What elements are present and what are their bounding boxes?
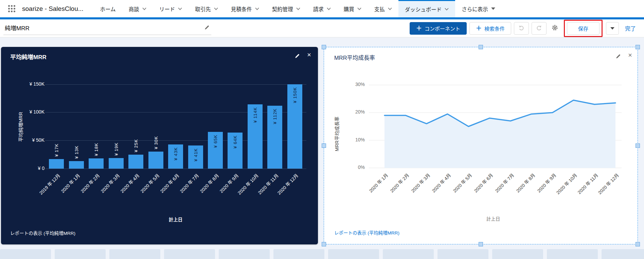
nav-tab-9[interactable]: ダッシュボード <box>398 0 455 17</box>
dashboard-toolbar: 純増MRR ＋ コンポーネント ＋ 検索条件 <box>0 19 644 37</box>
gridline <box>45 169 306 169</box>
chevron-down-icon <box>296 7 300 10</box>
x-tick-label: 2020 年 1月 <box>59 172 81 194</box>
bar-slot: ¥ 114K <box>245 79 265 169</box>
bar-1[interactable]: ¥ 13K <box>69 161 84 169</box>
x-tick-label: 2020 年 7月 <box>178 172 200 194</box>
x-tick-label: 2020 年 12月 <box>276 172 300 196</box>
line-chart[interactable] <box>364 81 626 183</box>
app-name: soarize - SalesClou... <box>22 5 84 13</box>
nav-tab-label: 請求 <box>313 5 324 13</box>
bar-0[interactable]: ¥ 17K <box>49 159 64 169</box>
bar-y-ticks: ¥ 0¥ 50K¥ 100K¥ 150K <box>16 79 44 169</box>
x-tick-label: 2020 年 10月 <box>236 172 260 196</box>
line-y-ticks: 0%10%20%30% <box>341 81 365 168</box>
bar-slot: ¥ 64K <box>225 79 245 169</box>
bar-6[interactable]: ¥ 43K <box>168 144 183 169</box>
bar-3[interactable]: ¥ 19K <box>109 158 124 169</box>
nav-tab-10[interactable]: さらに表示 <box>455 0 502 17</box>
redo-button[interactable] <box>532 22 547 35</box>
app-launcher-icon[interactable] <box>8 5 15 12</box>
grid-tile <box>273 249 324 259</box>
resize-handle-top-right[interactable] <box>636 45 640 49</box>
y-tick-label: ¥ 50K <box>32 137 44 143</box>
x-tick-label: 2020 年 2月 <box>388 172 410 194</box>
bar-series: ¥ 17K¥ 13K¥ 18K¥ 19K¥ 25K¥ 30K¥ 43K¥ 41K… <box>47 79 305 169</box>
nav-tab-label: 取引先 <box>195 5 211 13</box>
x-tick-label: 2020 年 3月 <box>99 172 121 194</box>
bar-12[interactable]: ¥ 150K <box>287 84 302 169</box>
nav-tab-1[interactable]: 商談 <box>122 0 153 17</box>
bar-value-label: ¥ 41K <box>193 148 198 161</box>
nav-tab-5[interactable]: 契約管理 <box>266 0 307 17</box>
nav-tab-label: ホーム <box>100 5 116 13</box>
nav-tab-4[interactable]: 見積条件 <box>225 0 266 17</box>
resize-handle-mid-right[interactable] <box>636 143 640 148</box>
x-tick-label: 2020 年 8月 <box>514 172 536 194</box>
view-report-link[interactable]: レポートの表示 (平均純増MRR) <box>334 229 399 236</box>
add-component-button[interactable]: ＋ コンポーネント <box>410 22 467 35</box>
bar-7[interactable]: ¥ 41K <box>188 145 203 169</box>
nav-tab-label: 見積条件 <box>231 5 252 13</box>
edit-widget-pencil-icon[interactable] <box>294 53 300 60</box>
nav-tab-0[interactable]: ホーム <box>94 0 122 17</box>
caret-down-icon <box>610 27 614 30</box>
grid-tile <box>383 249 434 259</box>
bar-10[interactable]: ¥ 114K <box>248 104 263 169</box>
nav-tab-3[interactable]: 取引先 <box>189 0 225 17</box>
resize-handle-top-center[interactable] <box>479 45 483 49</box>
grid-tile <box>328 249 379 259</box>
nav-tab-label: リード <box>159 5 175 13</box>
grid-tile <box>0 249 51 259</box>
resize-handle-bottom-right[interactable] <box>636 242 640 246</box>
widget-mrr-growth-rate[interactable]: MRR平均成長率 × MRR平均成長率 0%10%20%30% 2020 年 1… <box>324 47 638 244</box>
bar-slot: ¥ 25K <box>126 79 146 169</box>
bar-value-label: ¥ 17K <box>54 143 59 157</box>
bar-slot: ¥ 150K <box>285 79 305 169</box>
x-tick-label: 2020 年 8月 <box>198 172 220 194</box>
nav-tab-2[interactable]: リード <box>153 0 189 17</box>
edit-title-pencil-icon[interactable] <box>204 24 210 31</box>
resize-handle-bottom-center[interactable] <box>479 242 483 246</box>
bar-4[interactable]: ¥ 25K <box>128 155 143 169</box>
bar-slot: ¥ 30K <box>146 79 165 169</box>
dashboard-title-field[interactable]: 純増MRR <box>3 21 211 35</box>
undo-button[interactable] <box>514 22 529 35</box>
x-tick-label: 2020 年 5月 <box>451 172 473 194</box>
bar-8[interactable]: ¥ 65K <box>208 132 223 169</box>
grid-placeholder-row <box>0 249 644 259</box>
bar-2[interactable]: ¥ 18K <box>89 158 104 169</box>
settings-gear-button[interactable] <box>549 22 560 35</box>
edit-widget-pencil-icon[interactable] <box>615 53 621 60</box>
grid-tile <box>164 249 215 259</box>
nav-tab-8[interactable]: 支払 <box>368 0 398 17</box>
widget-avg-net-mrr[interactable]: 平均純増MRR × 平均純増MRR ¥ 0¥ 50K¥ 100K¥ 150K ¥… <box>1 47 318 244</box>
nav-tab-label: 購買 <box>344 5 354 13</box>
remove-widget-icon[interactable]: × <box>307 51 311 58</box>
resize-handle-mid-left[interactable] <box>322 143 326 148</box>
area-fill <box>384 100 615 168</box>
x-tick-label: 2020 年 6月 <box>472 172 494 194</box>
resize-handle-top-left[interactable] <box>322 45 326 49</box>
bar-x-axis-title: 計上日 <box>47 216 305 223</box>
nav-tab-label: 契約管理 <box>272 5 293 13</box>
done-button[interactable]: 完了 <box>622 22 639 35</box>
x-tick-label: 2020 年 3月 <box>409 172 431 194</box>
x-tick-label: 2020 年 4月 <box>430 172 452 194</box>
remove-widget-icon[interactable]: × <box>628 52 632 58</box>
triangle-down-icon <box>491 7 495 10</box>
bar-5[interactable]: ¥ 30K <box>148 152 163 169</box>
y-tick-label: ¥ 100K <box>30 109 44 115</box>
bar-11[interactable]: ¥ 112K <box>267 106 282 169</box>
nav-tab-6[interactable]: 請求 <box>307 0 337 17</box>
grid-tile <box>492 249 543 259</box>
chevron-down-icon <box>445 8 449 11</box>
save-button[interactable]: 保存 <box>567 22 600 35</box>
nav-tab-7[interactable]: 購買 <box>337 0 368 17</box>
add-filter-button[interactable]: ＋ 検索条件 <box>469 22 511 35</box>
save-dropdown-button[interactable] <box>606 22 619 35</box>
resize-handle-bottom-left[interactable] <box>322 242 326 246</box>
view-report-link[interactable]: レポートの表示 (平均純増MRR) <box>10 229 75 236</box>
bar-9[interactable]: ¥ 64K <box>228 133 243 169</box>
bar-x-ticks: 2019 年 12月2020 年 1月2020 年 2月2020 年 3月202… <box>47 171 305 219</box>
